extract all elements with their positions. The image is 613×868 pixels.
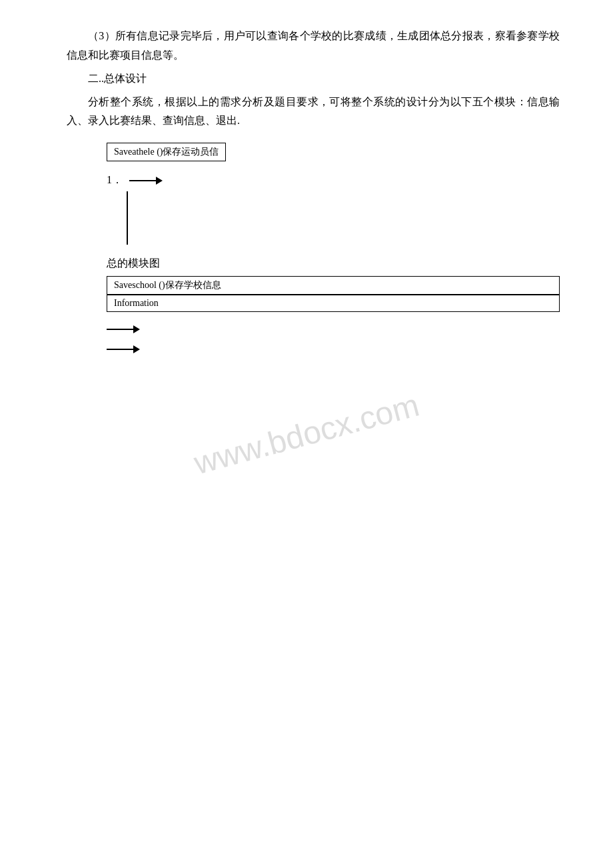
vertical-line-area [113,191,560,245]
paragraph-2: 分析整个系统，根据以上的需求分析及题目要求，可将整个系统的设计分为以下五个模块：… [67,93,560,131]
step1-arrow [129,177,163,185]
boxes-stack: Saveschool ()保存学校信息 Information [107,276,560,312]
step1-label: 1． [107,173,123,187]
arrow1-area [107,325,560,333]
saveschool-box: Saveschool ()保存学校信息 [107,276,560,295]
diagram-area-1: Saveathele ()保存运动员信 [107,143,560,161]
paragraph-1: （3）所有信息记录完毕后，用户可以查询各个学校的比赛成绩，生成团体总分报表，察看… [67,27,560,65]
arrow-head [156,177,163,185]
step1-line: 1． [107,173,560,187]
watermark: www.bdocx.com [190,387,422,482]
arrow2-line [107,349,133,350]
arrow1-head [133,325,140,333]
module-label: 总的模块图 [107,257,560,271]
information-box: Information [107,295,560,312]
diagram-area-2: Saveschool ()保存学校信息 Information [107,276,560,312]
vertical-line [127,191,128,245]
arrow1-line [107,329,133,330]
box1-row: Saveathele ()保存运动员信 [107,143,560,161]
section-heading-2: 二..总体设计 [67,72,560,86]
saveathele-box: Saveathele ()保存运动员信 [107,143,226,161]
arrow2-head [133,345,140,353]
arrow-line [129,180,156,181]
step1-area: 1． [107,173,560,245]
arrow2-area [107,345,560,353]
